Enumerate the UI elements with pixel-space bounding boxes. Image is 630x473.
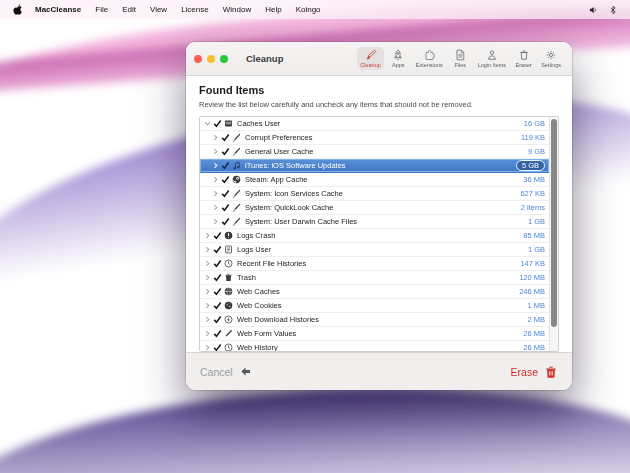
item-label: Web Caches <box>237 287 513 296</box>
list-item[interactable]: System: QuickLook Cache2 items <box>200 201 549 215</box>
window-titlebar[interactable]: Cleanup CleanupAppsExtensionsFilesLogin … <box>186 42 572 76</box>
checkbox[interactable] <box>221 133 230 142</box>
list-item[interactable]: Logs Crash85 MB <box>200 229 549 243</box>
window-title: Cleanup <box>246 53 283 64</box>
checkbox[interactable] <box>213 259 222 268</box>
checkbox[interactable] <box>213 301 222 310</box>
checkbox[interactable] <box>221 161 230 170</box>
menu-item-maccleanse[interactable]: MacCleanse <box>35 5 81 14</box>
checkbox[interactable] <box>213 315 222 324</box>
chevron-right-icon[interactable] <box>212 218 219 225</box>
list-item[interactable]: iTunes: iOS Software Updates5 GB <box>200 159 549 173</box>
toolbar-item-label: Extensions <box>416 62 443 68</box>
zoom-button[interactable] <box>220 55 228 63</box>
steam-icon <box>232 175 241 184</box>
item-label: Corrupt Preferences <box>245 133 515 142</box>
item-size: 2 items <box>521 203 545 212</box>
list-item[interactable]: Steam: App Cache36 MB <box>200 173 549 187</box>
item-label: iTunes: iOS Software Updates <box>245 161 510 170</box>
checkbox[interactable] <box>221 189 230 198</box>
item-size: 26 MB <box>523 329 545 338</box>
toolbar-item-login-items[interactable]: Login Items <box>475 47 509 70</box>
list-item[interactable]: Logs User1 GB <box>200 243 549 257</box>
checkbox[interactable] <box>221 175 230 184</box>
chevron-down-icon[interactable] <box>204 120 211 127</box>
item-label: Recent File Histories <box>237 259 514 268</box>
menu-item-help[interactable]: Help <box>265 5 281 14</box>
toolbar-item-cleanup[interactable]: Cleanup <box>357 47 384 70</box>
close-button[interactable] <box>194 55 202 63</box>
volume-icon[interactable] <box>588 5 598 15</box>
checkbox[interactable] <box>213 245 222 254</box>
list-item[interactable]: Trash120 MB <box>200 271 549 285</box>
list-rows: Caches User16 GBCorrupt Preferences119 K… <box>200 117 549 351</box>
menu-item-license[interactable]: License <box>181 5 209 14</box>
pencil-icon <box>224 329 233 338</box>
checkbox[interactable] <box>213 273 222 282</box>
list-item[interactable]: Web Cookies1 MB <box>200 299 549 313</box>
found-items-list: Caches User16 GBCorrupt Preferences119 K… <box>199 116 559 352</box>
menu-bar: MacCleanseFileEditViewLicenseWindowHelpK… <box>0 0 630 19</box>
erase-button[interactable]: Erase <box>511 365 558 379</box>
cancel-button[interactable]: Cancel <box>200 365 252 378</box>
toolbar-item-eraser[interactable]: Eraser <box>511 47 536 70</box>
chevron-right-icon[interactable] <box>212 204 219 211</box>
scrollbar-thumb[interactable] <box>551 119 557 327</box>
item-size: 5 GB <box>516 160 545 171</box>
chevron-right-icon[interactable] <box>204 344 211 351</box>
menu-item-window[interactable]: Window <box>223 5 251 14</box>
chevron-right-icon[interactable] <box>204 260 211 267</box>
item-size: 147 KB <box>520 259 545 268</box>
list-item[interactable]: Web History26 MB <box>200 341 549 351</box>
back-arrow-icon <box>239 365 252 378</box>
checkbox[interactable] <box>221 217 230 226</box>
chevron-right-icon[interactable] <box>212 162 219 169</box>
apple-menu-icon[interactable] <box>12 4 22 16</box>
chevron-right-icon[interactable] <box>204 302 211 309</box>
menu-item-edit[interactable]: Edit <box>122 5 136 14</box>
list-item[interactable]: General User Cache9 GB <box>200 145 549 159</box>
minimize-button[interactable] <box>207 55 215 63</box>
checkbox[interactable] <box>221 147 230 156</box>
checkbox[interactable] <box>213 329 222 338</box>
chevron-right-icon[interactable] <box>212 148 219 155</box>
toolbar-item-apps[interactable]: Apps <box>386 47 411 70</box>
toolbar-item-settings[interactable]: Settings <box>538 47 564 70</box>
globe-icon <box>224 287 233 296</box>
menu-item-view[interactable]: View <box>150 5 167 14</box>
gear-icon <box>545 49 557 61</box>
checkbox[interactable] <box>221 203 230 212</box>
toolbar-item-label: Apps <box>392 62 405 68</box>
scrollbar-track[interactable] <box>549 117 558 351</box>
chevron-right-icon[interactable] <box>204 232 211 239</box>
item-label: Web Cookies <box>237 301 521 310</box>
list-item[interactable]: Web Download Histories2 MB <box>200 313 549 327</box>
menu-item-koingo[interactable]: Koingo <box>296 5 321 14</box>
content-area: Found Items Review the list below carefu… <box>186 76 572 352</box>
checkbox[interactable] <box>213 119 222 128</box>
list-item[interactable]: Caches User16 GB <box>200 117 549 131</box>
toolbar-item-files[interactable]: Files <box>448 47 473 70</box>
checkbox[interactable] <box>213 287 222 296</box>
list-item[interactable]: System: Icon Services Cache627 KB <box>200 187 549 201</box>
toolbar-item-extensions[interactable]: Extensions <box>413 47 446 70</box>
checkbox[interactable] <box>213 231 222 240</box>
menu-item-file[interactable]: File <box>95 5 108 14</box>
list-item[interactable]: Web Caches246 MB <box>200 285 549 299</box>
list-item[interactable]: Corrupt Preferences119 KB <box>200 131 549 145</box>
chevron-right-icon[interactable] <box>204 288 211 295</box>
bluetooth-icon[interactable] <box>608 5 618 15</box>
list-item[interactable]: Web Form Values26 MB <box>200 327 549 341</box>
item-label: Web Form Values <box>237 329 517 338</box>
chevron-right-icon[interactable] <box>212 134 219 141</box>
checkbox[interactable] <box>213 343 222 351</box>
list-item[interactable]: System: User Darwin Cache Files1 GB <box>200 215 549 229</box>
item-label: Logs User <box>237 245 522 254</box>
chevron-right-icon[interactable] <box>204 316 211 323</box>
chevron-right-icon[interactable] <box>212 190 219 197</box>
chevron-right-icon[interactable] <box>204 274 211 281</box>
chevron-right-icon[interactable] <box>204 246 211 253</box>
list-item[interactable]: Recent File Histories147 KB <box>200 257 549 271</box>
chevron-right-icon[interactable] <box>204 330 211 337</box>
chevron-right-icon[interactable] <box>212 176 219 183</box>
